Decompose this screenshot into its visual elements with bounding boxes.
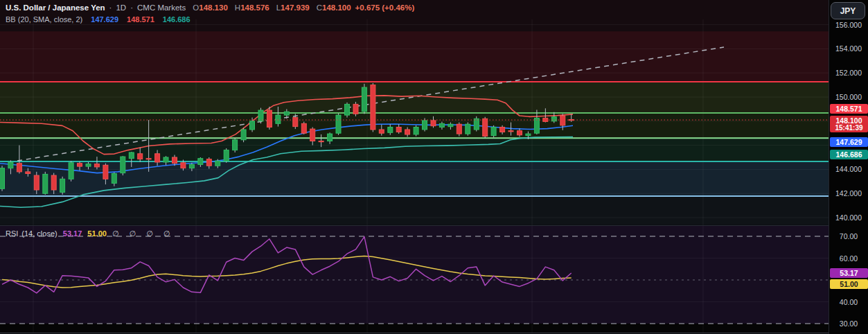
bb-lower-value: 146.686 [163,15,191,24]
ohlc-close: C148.100 [314,3,351,12]
indicator-price-badge: 147.629 [830,137,868,147]
rsi-empty-values: ∅ ∅ ∅ ∅ [112,229,175,238]
ohlc-open: O148.130 [190,3,228,12]
axis-label: 30.00 [829,319,868,328]
axis-label: 150.000 [829,93,868,101]
exchange-label: CMC Markets [137,3,186,12]
axis-label: 154.000 [829,44,868,53]
rsi-params: (14, close) [21,229,57,238]
change-label: +0.675 (+0.46%) [355,3,415,12]
separator-dot: · [109,3,112,12]
bb-indicator-name[interactable]: BB (20, SMA, close, 2) [6,15,82,24]
chart-window: U.S. Dollar / Japanese Yen · 1D · CMC Ma… [0,0,868,334]
rsi-value-badge: 51.00 [830,279,868,289]
axis-label: 60.00 [829,254,868,263]
rsi-legend: RSI(14, close) 53.17 51.00 ∅ ∅ ∅ ∅ [6,229,177,238]
ohlc-high: H148.576 [232,3,269,12]
separator-dot: · [130,3,133,12]
chart-canvas[interactable] [0,0,829,334]
pane-divider[interactable] [0,225,868,226]
rsi-value: 53.17 [63,229,82,238]
bb-legend-row: BB (20, SMA, close, 2) 147.629 148.571 1… [6,15,414,24]
price-axis[interactable]: 156.000154.000152.000150.000144.000142.0… [829,0,868,334]
symbol-legend-row: U.S. Dollar / Japanese Yen · 1D · CMC Ma… [6,3,414,12]
bb-basis-value: 147.629 [91,15,118,24]
rsi-ma-value: 51.00 [87,229,107,238]
axis-label: 156.000 [829,21,868,29]
legend: U.S. Dollar / Japanese Yen · 1D · CMC Ma… [6,3,414,24]
axis-label: 140.000 [829,213,868,222]
ohlc-low: L147.939 [274,3,310,12]
axis-label: 70.00 [829,232,868,240]
symbol-title[interactable]: U.S. Dollar / Japanese Yen [6,3,105,12]
axis-label: 152.000 [829,69,868,77]
indicator-price-badge: 146.686 [830,150,868,159]
bb-upper-value: 148.571 [127,15,154,24]
axis-label: 142.000 [829,189,868,197]
bottom-axis-divider[interactable] [0,333,868,333]
axis-label: 144.000 [829,165,868,173]
current-price-badge: 148.10015:41:39 [830,116,868,132]
rsi-indicator-name[interactable]: RSI [6,229,18,238]
axis-label: 40.00 [829,298,868,306]
indicator-price-badge: 148.571 [830,104,868,114]
timeframe-label[interactable]: 1D [116,3,126,12]
rsi-value-badge: 53.17 [830,268,868,278]
currency-toggle-button[interactable]: JPY [831,2,865,19]
